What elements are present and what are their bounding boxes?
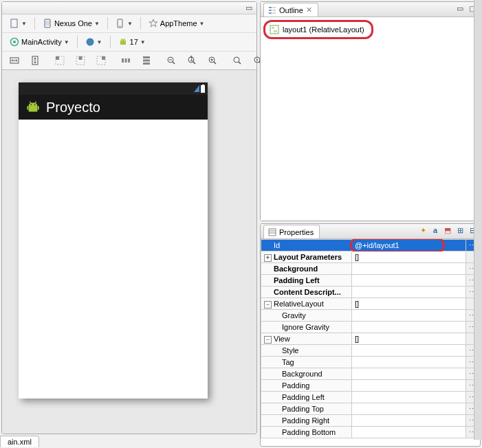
device-action-bar: Proyecto [19, 95, 208, 120]
tree-item-layout1[interactable]: layout1 (RelativeLayout) [268, 23, 369, 36]
corner-icon [55, 56, 65, 65]
margin-tc-button[interactable] [72, 54, 89, 67]
svg-rect-23 [125, 58, 127, 63]
prop-val[interactable] [352, 275, 466, 287]
prop-row-style[interactable]: Style⋯ [261, 345, 480, 357]
svg-point-9 [124, 40, 124, 41]
prop-val[interactable] [352, 368, 466, 380]
svg-line-29 [173, 62, 175, 64]
toggle-height-button[interactable] [27, 54, 43, 67]
prop-row-pb[interactable]: Padding Bottom⋯ [261, 427, 480, 438]
prop-row-view[interactable]: −View[] [261, 333, 480, 345]
prop-val[interactable] [352, 415, 466, 427]
activity-dropdown[interactable]: MainActivity ▼ [6, 36, 73, 48]
properties-table: Id @+id/layout1 ⋯ +Layout Parameters [] … [261, 239, 480, 438]
prop-val[interactable]: [] [352, 298, 466, 310]
show-advanced-icon[interactable]: ⬒ [443, 225, 452, 235]
vertical-trim-bar[interactable] [474, 0, 482, 440]
svg-rect-25 [143, 56, 150, 58]
api-level-dropdown[interactable]: 17 ▼ [115, 36, 149, 48]
chevron-down-icon: ▼ [64, 39, 69, 45]
file-tab[interactable]: ain.xml [0, 436, 39, 447]
properties-tab-bar: Properties ✦ a ⬒ ⊞ ⊟ [261, 224, 480, 239]
theme-dropdown[interactable]: AppTheme ▼ [145, 17, 208, 30]
minimize-icon[interactable]: ▭ [244, 3, 254, 13]
zoom-out-button[interactable] [163, 54, 179, 67]
locale-dropdown[interactable]: ▼ [82, 36, 106, 48]
margin-tr-button[interactable] [93, 54, 109, 67]
zoom-reset-button[interactable]: 1 [184, 54, 200, 67]
prop-val[interactable] [352, 263, 466, 275]
expand-toggle[interactable]: − [264, 336, 272, 344]
toggle-width-button[interactable] [6, 54, 23, 67]
prop-row-padding[interactable]: Padding⋯ [261, 380, 480, 392]
battery-icon [201, 85, 205, 93]
prop-row-gravity[interactable]: Gravity⋯ [261, 310, 480, 322]
svg-point-38 [234, 57, 239, 63]
configuration-dropdown[interactable]: ▼ [6, 17, 30, 30]
svg-rect-50 [269, 10, 272, 11]
prop-val[interactable] [352, 403, 466, 415]
prop-val[interactable] [352, 322, 466, 333]
prop-val[interactable] [352, 380, 466, 392]
prop-name: RelativeLayout [274, 300, 324, 308]
prop-row-bg2[interactable]: Background⋯ [261, 368, 480, 380]
separator [140, 17, 141, 30]
prop-row-pl2[interactable]: Padding Left⋯ [261, 392, 480, 403]
file-tab-label: ain.xml [8, 438, 32, 446]
prop-val-id[interactable]: @+id/layout1 [355, 241, 399, 249]
prop-val[interactable] [352, 392, 466, 403]
orientation-dropdown[interactable]: ▼ [112, 17, 136, 30]
filter-icon[interactable]: ✦ [418, 225, 428, 235]
chevron-down-icon: ▼ [127, 21, 133, 27]
star-icon [149, 19, 158, 28]
tab-properties[interactable]: Properties [263, 225, 320, 238]
prop-val[interactable] [352, 427, 466, 438]
separator [110, 36, 111, 48]
device-dropdown[interactable]: Nexus One ▼ [39, 17, 103, 30]
device-status-bar [19, 82, 208, 95]
prop-row-background[interactable]: Background⋯ [261, 263, 480, 275]
minimize-icon[interactable]: ▭ [455, 3, 465, 13]
prop-row-ignoregravity[interactable]: Ignore Gravity⋯ [261, 322, 480, 333]
prop-val[interactable] [352, 357, 466, 368]
prop-val[interactable] [352, 287, 466, 298]
prop-row-pr[interactable]: Padding Right⋯ [261, 415, 480, 427]
prop-row-layoutparams[interactable]: +Layout Parameters [] [261, 251, 480, 263]
expand-toggle[interactable]: + [264, 254, 272, 262]
svg-point-6 [13, 41, 16, 43]
prop-row-padleft[interactable]: Padding Left⋯ [261, 275, 480, 287]
prop-val[interactable] [352, 310, 466, 322]
close-icon[interactable]: ✕ [306, 5, 312, 14]
chevron-down-icon: ▼ [21, 21, 27, 27]
tab-outline[interactable]: Outline ✕ [263, 3, 318, 16]
distribute-v-button[interactable] [138, 54, 155, 67]
expand-icon[interactable]: ⊞ [455, 225, 465, 235]
prop-name: Background [261, 263, 352, 275]
sort-alpha-icon[interactable]: a [430, 225, 440, 235]
prop-val[interactable]: [] [352, 333, 466, 345]
svg-point-42 [256, 59, 258, 60]
prop-row-pt[interactable]: Padding Top⋯ [261, 403, 480, 415]
prop-val[interactable] [352, 345, 466, 357]
expand-toggle[interactable]: − [264, 301, 272, 309]
prop-name: Padding Left [261, 275, 352, 287]
zoom-in-button[interactable] [204, 54, 221, 67]
svg-rect-57 [274, 30, 277, 32]
prop-row-tag[interactable]: Tag⋯ [261, 357, 480, 368]
svg-text:1: 1 [190, 56, 194, 63]
prop-name: Tag [261, 357, 352, 368]
svg-rect-56 [272, 27, 274, 29]
prop-row-contentdesc[interactable]: Content Descript...⋯ [261, 287, 480, 298]
prop-val[interactable]: [] [355, 253, 359, 261]
prop-row-rellayout[interactable]: −RelativeLayout[] [261, 298, 480, 310]
svg-rect-58 [269, 229, 276, 236]
zoom-fit-button[interactable] [229, 54, 245, 67]
prop-name-id: Id [274, 241, 280, 249]
annotation-highlight: layout1 (RelativeLayout) [263, 20, 373, 39]
prop-row-id[interactable]: Id @+id/layout1 ⋯ [261, 240, 480, 251]
margin-tl-button[interactable] [52, 54, 68, 67]
outline-tree[interactable]: layout1 (RelativeLayout) [261, 17, 480, 221]
device-canvas[interactable]: Proyecto [2, 70, 256, 434]
distribute-h-button[interactable] [118, 54, 134, 67]
